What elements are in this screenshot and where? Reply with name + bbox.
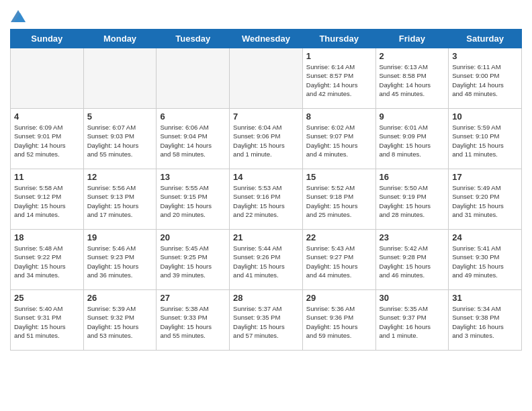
calendar-cell: 17Sunrise: 5:49 AM Sunset: 9:20 PM Dayli… (449, 169, 522, 230)
calendar-cell: 21Sunrise: 5:44 AM Sunset: 9:26 PM Dayli… (230, 230, 303, 290)
day-number: 21 (233, 232, 299, 242)
day-info: Sunrise: 5:46 AM Sunset: 9:23 PM Dayligh… (87, 244, 153, 279)
day-info: Sunrise: 5:44 AM Sunset: 9:26 PM Dayligh… (233, 244, 299, 279)
calendar-cell: 24Sunrise: 5:41 AM Sunset: 9:30 PM Dayli… (449, 230, 522, 290)
day-number: 1 (306, 51, 372, 61)
calendar-cell: 25Sunrise: 5:40 AM Sunset: 9:31 PM Dayli… (11, 290, 84, 351)
day-info: Sunrise: 5:35 AM Sunset: 9:37 PM Dayligh… (380, 304, 445, 340)
day-number: 27 (160, 293, 226, 303)
day-info: Sunrise: 6:01 AM Sunset: 9:09 PM Dayligh… (380, 123, 445, 158)
day-number: 28 (233, 293, 299, 303)
page-header (10, 10, 522, 22)
calendar-cell: 27Sunrise: 5:38 AM Sunset: 9:33 PM Dayli… (157, 290, 230, 351)
day-info: Sunrise: 6:13 AM Sunset: 8:58 PM Dayligh… (380, 62, 445, 98)
day-header-row: SundayMondayTuesdayWednesdayThursdayFrid… (11, 30, 522, 48)
day-number: 14 (233, 172, 299, 182)
day-number: 17 (452, 172, 518, 182)
day-number: 24 (452, 232, 518, 242)
day-header-monday: Monday (83, 30, 157, 48)
calendar-cell: 9Sunrise: 6:01 AM Sunset: 9:09 PM Daylig… (375, 109, 449, 169)
day-number: 29 (306, 293, 372, 303)
day-header-friday: Friday (375, 30, 449, 48)
day-number: 16 (380, 172, 445, 182)
day-number: 5 (87, 111, 153, 122)
calendar-table: SundayMondayTuesdayWednesdayThursdayFrid… (10, 29, 522, 351)
day-info: Sunrise: 6:07 AM Sunset: 9:03 PM Dayligh… (87, 123, 153, 158)
day-number: 12 (87, 172, 153, 182)
day-info: Sunrise: 5:39 AM Sunset: 9:32 PM Dayligh… (87, 304, 153, 340)
week-row-1: 1Sunrise: 6:14 AM Sunset: 8:57 PM Daylig… (11, 48, 522, 109)
day-number: 20 (160, 232, 226, 242)
calendar-cell: 13Sunrise: 5:55 AM Sunset: 9:15 PM Dayli… (157, 169, 230, 230)
calendar-cell: 22Sunrise: 5:43 AM Sunset: 9:27 PM Dayli… (302, 230, 375, 290)
calendar-cell: 8Sunrise: 6:02 AM Sunset: 9:07 PM Daylig… (302, 109, 375, 169)
day-number: 15 (306, 172, 372, 182)
day-info: Sunrise: 5:56 AM Sunset: 9:13 PM Dayligh… (87, 183, 153, 219)
week-row-5: 25Sunrise: 5:40 AM Sunset: 9:31 PM Dayli… (11, 290, 522, 351)
day-info: Sunrise: 6:14 AM Sunset: 8:57 PM Dayligh… (306, 62, 372, 98)
calendar-cell: 20Sunrise: 5:45 AM Sunset: 9:25 PM Dayli… (157, 230, 230, 290)
week-row-2: 4Sunrise: 6:09 AM Sunset: 9:01 PM Daylig… (11, 109, 522, 169)
day-info: Sunrise: 5:37 AM Sunset: 9:35 PM Dayligh… (233, 304, 299, 340)
day-info: Sunrise: 5:38 AM Sunset: 9:33 PM Dayligh… (160, 304, 226, 340)
day-number: 11 (14, 172, 80, 182)
calendar-cell (157, 48, 230, 109)
day-info: Sunrise: 5:34 AM Sunset: 9:38 PM Dayligh… (452, 304, 518, 340)
calendar-cell: 2Sunrise: 6:13 AM Sunset: 8:58 PM Daylig… (375, 48, 449, 109)
day-number: 18 (14, 232, 80, 242)
day-number: 13 (160, 172, 226, 182)
calendar-cell: 28Sunrise: 5:37 AM Sunset: 9:35 PM Dayli… (230, 290, 303, 351)
day-number: 8 (306, 111, 372, 122)
day-header-wednesday: Wednesday (230, 30, 303, 48)
calendar-cell: 4Sunrise: 6:09 AM Sunset: 9:01 PM Daylig… (11, 109, 84, 169)
calendar-cell: 1Sunrise: 6:14 AM Sunset: 8:57 PM Daylig… (302, 48, 375, 109)
day-number: 10 (452, 111, 518, 122)
day-info: Sunrise: 5:58 AM Sunset: 9:12 PM Dayligh… (14, 183, 80, 219)
day-info: Sunrise: 6:11 AM Sunset: 9:00 PM Dayligh… (452, 62, 518, 98)
day-header-tuesday: Tuesday (157, 30, 230, 48)
day-number: 2 (380, 51, 445, 61)
day-header-saturday: Saturday (449, 30, 522, 48)
week-row-4: 18Sunrise: 5:48 AM Sunset: 9:22 PM Dayli… (11, 230, 522, 290)
day-info: Sunrise: 5:40 AM Sunset: 9:31 PM Dayligh… (14, 304, 80, 340)
day-info: Sunrise: 6:04 AM Sunset: 9:06 PM Dayligh… (233, 123, 299, 158)
day-number: 25 (14, 293, 80, 303)
day-number: 6 (160, 111, 226, 122)
calendar-cell: 11Sunrise: 5:58 AM Sunset: 9:12 PM Dayli… (11, 169, 84, 230)
day-info: Sunrise: 6:09 AM Sunset: 9:01 PM Dayligh… (14, 123, 80, 158)
calendar-cell: 29Sunrise: 5:36 AM Sunset: 9:36 PM Dayli… (302, 290, 375, 351)
day-number: 4 (14, 111, 80, 122)
day-number: 23 (380, 232, 445, 242)
day-number: 31 (452, 293, 518, 303)
calendar-cell: 16Sunrise: 5:50 AM Sunset: 9:19 PM Dayli… (375, 169, 449, 230)
calendar-cell (230, 48, 303, 109)
calendar-cell: 23Sunrise: 5:42 AM Sunset: 9:28 PM Dayli… (375, 230, 449, 290)
calendar-cell: 5Sunrise: 6:07 AM Sunset: 9:03 PM Daylig… (83, 109, 157, 169)
calendar-cell: 26Sunrise: 5:39 AM Sunset: 9:32 PM Dayli… (83, 290, 157, 351)
day-number: 19 (87, 232, 153, 242)
day-info: Sunrise: 5:59 AM Sunset: 9:10 PM Dayligh… (452, 123, 518, 158)
day-info: Sunrise: 5:43 AM Sunset: 9:27 PM Dayligh… (306, 244, 372, 279)
day-info: Sunrise: 5:50 AM Sunset: 9:19 PM Dayligh… (380, 183, 445, 219)
calendar-cell: 14Sunrise: 5:53 AM Sunset: 9:16 PM Dayli… (230, 169, 303, 230)
day-info: Sunrise: 5:48 AM Sunset: 9:22 PM Dayligh… (14, 244, 80, 279)
day-number: 22 (306, 232, 372, 242)
calendar-cell: 6Sunrise: 6:06 AM Sunset: 9:04 PM Daylig… (157, 109, 230, 169)
calendar-cell: 18Sunrise: 5:48 AM Sunset: 9:22 PM Dayli… (11, 230, 84, 290)
week-row-3: 11Sunrise: 5:58 AM Sunset: 9:12 PM Dayli… (11, 169, 522, 230)
day-number: 7 (233, 111, 299, 122)
day-info: Sunrise: 5:55 AM Sunset: 9:15 PM Dayligh… (160, 183, 226, 219)
calendar-cell: 15Sunrise: 5:52 AM Sunset: 9:18 PM Dayli… (302, 169, 375, 230)
day-info: Sunrise: 5:49 AM Sunset: 9:20 PM Dayligh… (452, 183, 518, 219)
day-info: Sunrise: 5:42 AM Sunset: 9:28 PM Dayligh… (380, 244, 445, 279)
day-number: 26 (87, 293, 153, 303)
day-info: Sunrise: 5:53 AM Sunset: 9:16 PM Dayligh… (233, 183, 299, 219)
calendar-cell: 31Sunrise: 5:34 AM Sunset: 9:38 PM Dayli… (449, 290, 522, 351)
day-info: Sunrise: 5:36 AM Sunset: 9:36 PM Dayligh… (306, 304, 372, 340)
calendar-cell: 3Sunrise: 6:11 AM Sunset: 9:00 PM Daylig… (449, 48, 522, 109)
day-header-thursday: Thursday (302, 30, 375, 48)
calendar-cell: 12Sunrise: 5:56 AM Sunset: 9:13 PM Dayli… (83, 169, 157, 230)
day-info: Sunrise: 5:41 AM Sunset: 9:30 PM Dayligh… (452, 244, 518, 279)
logo-icon (11, 10, 26, 22)
day-info: Sunrise: 6:06 AM Sunset: 9:04 PM Dayligh… (160, 123, 226, 158)
